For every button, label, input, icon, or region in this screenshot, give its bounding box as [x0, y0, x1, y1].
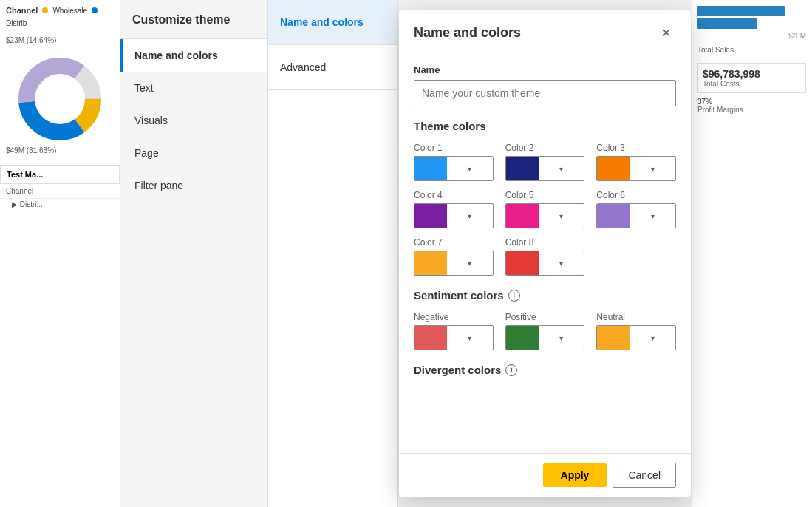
color4-chevron-icon: ▾ [447, 212, 493, 220]
positive-picker[interactable]: ▾ [505, 325, 585, 350]
color2-picker[interactable]: ▾ [505, 156, 585, 181]
neutral-swatch [597, 326, 630, 350]
sentiment-colors-title: Sentiment colors [414, 289, 504, 302]
color5-chevron-icon: ▾ [539, 212, 584, 220]
profit-label: Profit Margins [697, 106, 806, 114]
sales-axis-label: $20M [697, 32, 806, 40]
color2-swatch [506, 157, 539, 180]
theme-colors-grid: Color 1 ▾ Color 2 ▾ Color 3 ▾ [414, 143, 676, 276]
color7-picker[interactable]: ▾ [414, 251, 494, 276]
sidebar-item-page[interactable]: Page [120, 137, 267, 169]
sentiment-colors-header: Sentiment colors i [414, 289, 676, 302]
color1-item: Color 1 ▾ [414, 143, 494, 181]
name-and-colors-dialog: Name and colors ✕ Name Theme colors Colo… [399, 10, 691, 497]
pct1-label: $23M (14.64%) [0, 33, 120, 47]
right-content-area: $20M Total Sales $96,783,998 Total Costs… [692, 0, 812, 120]
color6-picker[interactable]: ▾ [596, 203, 676, 228]
legend-dot-wholesale [42, 7, 48, 13]
theme-name-input[interactable] [414, 80, 676, 106]
name-label: Name [414, 64, 676, 75]
color7-item: Color 7 ▾ [414, 237, 494, 276]
divergent-info-icon[interactable]: i [505, 364, 517, 376]
color1-picker[interactable]: ▾ [414, 156, 494, 181]
theme-colors-title: Theme colors [414, 120, 676, 132]
divergent-colors-header: Divergent colors i [414, 364, 676, 376]
kpi-total-costs: $96,783,998 Total Costs [697, 63, 806, 93]
color8-chevron-icon: ▾ [539, 259, 584, 268]
color2-label: Color 2 [505, 143, 585, 153]
background-chart: Channel Wholesale Distrib $23M (14.64%) … [0, 0, 120, 507]
cancel-button[interactable]: Cancel [613, 463, 676, 488]
sidebar-item-filter-pane[interactable]: Filter pane [120, 169, 267, 202]
color5-picker[interactable]: ▾ [505, 203, 585, 228]
neutral-label: Neutral [596, 312, 676, 322]
color8-swatch [506, 251, 539, 275]
color4-picker[interactable]: ▾ [414, 203, 494, 228]
dialog-footer: Apply Cancel [399, 453, 691, 497]
legend-dot-distrib [92, 7, 98, 13]
channel-label: Channel [0, 184, 120, 199]
color7-chevron-icon: ▾ [447, 259, 493, 268]
positive-color-item: Positive ▾ [505, 312, 585, 350]
right-background: $20M Total Sales $96,783,998 Total Costs… [692, 0, 812, 507]
color8-picker[interactable]: ▾ [505, 251, 585, 276]
color6-label: Color 6 [596, 190, 676, 200]
close-button[interactable]: ✕ [655, 22, 676, 43]
profit-pct: 37% [697, 98, 806, 106]
neutral-color-item: Neutral ▾ [596, 312, 676, 350]
color3-chevron-icon: ▾ [630, 165, 675, 173]
left-panel: Customize theme Name and colors Text Vis… [120, 0, 268, 507]
customize-theme-title: Customize theme [120, 0, 267, 39]
neutral-picker[interactable]: ▾ [596, 325, 676, 350]
total-sales-label: Total Sales [697, 46, 806, 54]
neutral-chevron-icon: ▾ [630, 334, 675, 342]
color5-swatch [506, 204, 539, 228]
color2-chevron-icon: ▾ [539, 165, 584, 173]
color8-label: Color 8 [505, 237, 585, 248]
chart-legend: Channel Wholesale Distrib [0, 0, 120, 33]
negative-chevron-icon: ▾ [447, 334, 493, 342]
tab-advanced[interactable]: Advanced [268, 45, 397, 90]
color4-label: Color 4 [414, 190, 494, 200]
dialog-header: Name and colors ✕ [399, 10, 691, 52]
color4-swatch [414, 204, 447, 228]
sidebar-item-text[interactable]: Text [120, 72, 267, 104]
dialog-body: Name Theme colors Color 1 ▾ Color 2 ▾ [399, 52, 691, 453]
color4-item: Color 4 ▾ [414, 190, 494, 228]
sentiment-colors-grid: Negative ▾ Positive ▾ Neutral ▾ [414, 312, 676, 350]
donut-chart [0, 55, 120, 143]
negative-label: Negative [414, 312, 494, 322]
dialog-title: Name and colors [414, 25, 521, 41]
positive-swatch [506, 326, 539, 350]
apply-button[interactable]: Apply [543, 463, 607, 487]
color5-label: Color 5 [505, 190, 585, 200]
color6-chevron-icon: ▾ [630, 212, 675, 220]
color7-swatch [414, 251, 447, 275]
tab-name-and-colors[interactable]: Name and colors [268, 0, 397, 45]
positive-label: Positive [505, 312, 585, 322]
divergent-colors-title: Divergent colors [414, 364, 501, 376]
color1-swatch [414, 157, 447, 180]
positive-chevron-icon: ▾ [539, 334, 584, 342]
color3-label: Color 3 [596, 143, 676, 153]
sidebar-item-name-and-colors[interactable]: Name and colors [120, 39, 267, 72]
color8-item: Color 8 ▾ [505, 237, 585, 276]
sentiment-info-icon[interactable]: i [508, 290, 520, 302]
test-matrix-label: Test Ma... [0, 165, 120, 184]
color2-item: Color 2 ▾ [505, 143, 585, 181]
color3-item: Color 3 ▾ [596, 143, 676, 181]
color6-item: Color 6 ▾ [596, 190, 676, 228]
color1-label: Color 1 [414, 143, 494, 153]
negative-swatch [414, 326, 447, 350]
pct2-label: $49M (31.68%) [0, 143, 120, 157]
color1-chevron-icon: ▾ [447, 165, 493, 173]
color7-label: Color 7 [414, 237, 494, 248]
negative-picker[interactable]: ▾ [414, 325, 494, 350]
middle-panel: Name and colors Advanced [268, 0, 398, 507]
sidebar-item-visuals[interactable]: Visuals [120, 104, 267, 137]
distri-label: ▶ Distri... [0, 199, 120, 210]
color3-swatch [597, 157, 630, 180]
negative-color-item: Negative ▾ [414, 312, 494, 350]
color3-picker[interactable]: ▾ [596, 156, 676, 181]
color5-item: Color 5 ▾ [505, 190, 585, 228]
